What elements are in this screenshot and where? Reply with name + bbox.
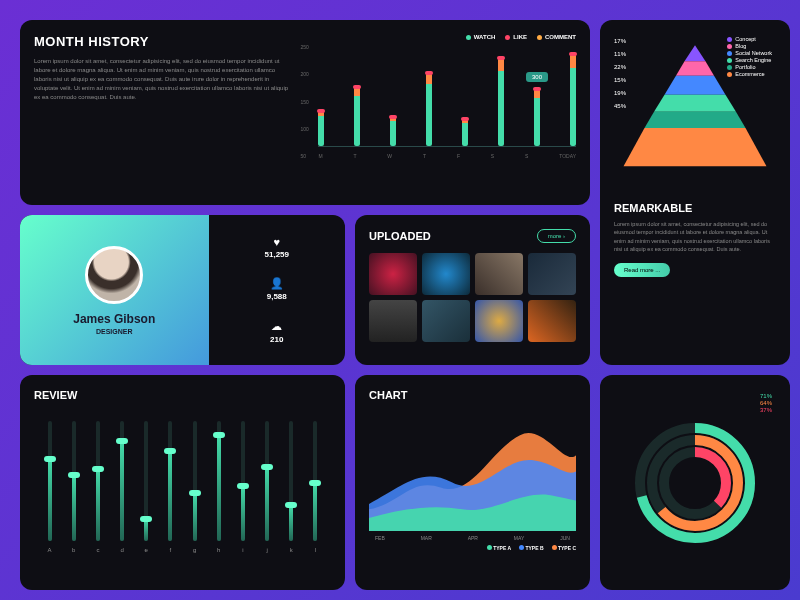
- profile-role: DESIGNER: [96, 328, 133, 335]
- uploaded-title: UPLOADED: [369, 230, 431, 242]
- svg-marker-2: [665, 76, 726, 95]
- slider-d[interactable]: [120, 441, 124, 541]
- chart-title: CHART: [369, 389, 576, 401]
- month-history-desc: Lorem ipsum dolor sit amet, consectetur …: [34, 57, 288, 102]
- slider-b[interactable]: [72, 475, 76, 541]
- month-history-title: MONTH HISTORY: [34, 34, 288, 49]
- month-history-card: MONTH HISTORY Lorem ipsum dolor sit amet…: [20, 20, 590, 205]
- bar-T: [426, 73, 432, 146]
- slider-f[interactable]: [168, 451, 172, 541]
- pyramid-card: 17%11%22%15%19%45% ConceptBlogSocial Net…: [600, 20, 790, 365]
- svg-marker-5: [624, 128, 767, 166]
- svg-marker-4: [644, 112, 745, 128]
- thumbnail[interactable]: [475, 253, 523, 295]
- donut-labels: 71% 64% 37%: [760, 393, 772, 414]
- likes-count: 51,259: [265, 250, 289, 259]
- month-history-chart: 25020015010050 300 MTWTFSSTODAY: [300, 44, 576, 159]
- bar-F: [462, 119, 468, 146]
- svg-marker-3: [654, 95, 736, 112]
- bar-T: [354, 87, 360, 146]
- slider-c[interactable]: [96, 469, 100, 541]
- bar-S: [498, 58, 504, 146]
- slider-e[interactable]: [144, 519, 148, 541]
- slider-h[interactable]: [217, 435, 221, 541]
- slider-g[interactable]: [193, 493, 197, 541]
- remarkable-title: REMARKABLE: [614, 202, 776, 214]
- chart-legend: TYPE A TYPE B TYPE C: [369, 545, 576, 551]
- slider-j[interactable]: [265, 467, 269, 541]
- thumbnail[interactable]: [369, 300, 417, 342]
- thumbnail[interactable]: [528, 300, 576, 342]
- chart-callout: 300: [526, 72, 548, 82]
- more-button[interactable]: more ›: [537, 229, 576, 243]
- slider-l[interactable]: [313, 483, 317, 541]
- profile-card: James Gibson DESIGNER ♥51,259 👤9,588 ☁21…: [20, 215, 345, 365]
- bar-W: [390, 117, 396, 146]
- bar-TODAY: [570, 54, 576, 146]
- area-chart: [369, 401, 576, 531]
- svg-marker-1: [676, 61, 714, 75]
- thumbnail[interactable]: [475, 300, 523, 342]
- uploads-count: 210: [270, 335, 283, 344]
- remarkable-desc: Lorem ipsum dolor sit amet, consectetur …: [614, 220, 776, 253]
- read-more-button[interactable]: Read more ...: [614, 263, 670, 277]
- thumbnail[interactable]: [528, 253, 576, 295]
- slider-A[interactable]: [48, 459, 52, 541]
- heart-icon: ♥: [265, 236, 289, 248]
- review-card: REVIEW Abcdefghijkl: [20, 375, 345, 590]
- slider-k[interactable]: [289, 505, 293, 541]
- thumbnail-grid: [369, 253, 576, 342]
- slider-i[interactable]: [241, 486, 245, 541]
- thumbnail[interactable]: [422, 253, 470, 295]
- thumbnail[interactable]: [422, 300, 470, 342]
- donut-card: 71% 64% 37%: [600, 375, 790, 590]
- review-title: REVIEW: [34, 389, 331, 401]
- uploaded-card: UPLOADED more ›: [355, 215, 590, 365]
- donut-chart: [625, 413, 765, 553]
- user-icon: 👤: [267, 277, 287, 290]
- bar-M: [318, 111, 324, 146]
- avatar[interactable]: [85, 246, 143, 304]
- cloud-icon: ☁: [270, 320, 283, 333]
- profile-name: James Gibson: [73, 312, 155, 326]
- month-history-legend: WATCH LIKE COMMENT: [300, 34, 576, 40]
- bar-S: [534, 89, 540, 146]
- followers-count: 9,588: [267, 292, 287, 301]
- svg-marker-0: [685, 45, 706, 61]
- chart-card: CHART FEBMARAPRMAYJUN TYPE A TYPE B TYPE…: [355, 375, 590, 590]
- thumbnail[interactable]: [369, 253, 417, 295]
